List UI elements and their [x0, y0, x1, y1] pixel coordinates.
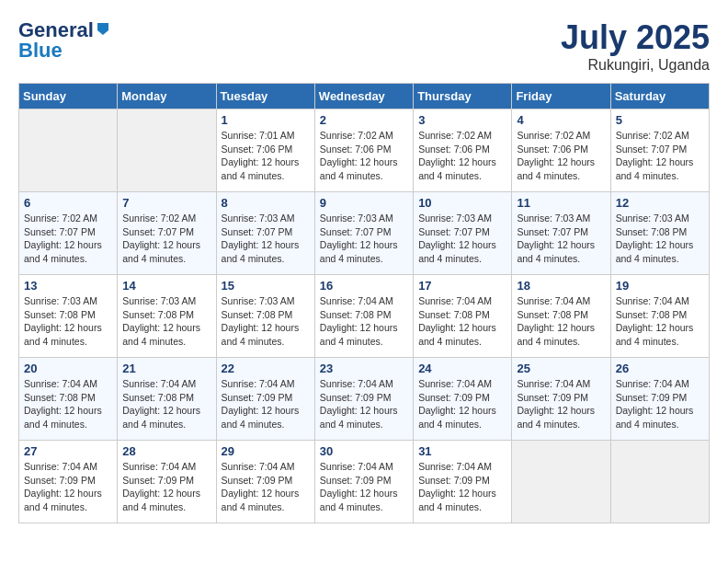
day-info: Sunrise: 7:03 AMSunset: 7:07 PMDaylight:… [320, 212, 408, 266]
day-number: 3 [418, 113, 506, 127]
day-info: Sunrise: 7:04 AMSunset: 7:09 PMDaylight:… [616, 377, 704, 431]
day-number: 4 [517, 113, 605, 127]
day-number: 2 [320, 113, 408, 127]
day-info: Sunrise: 7:04 AMSunset: 7:08 PMDaylight:… [122, 377, 210, 431]
day-number: 28 [122, 444, 210, 458]
weekday-header-saturday: Saturday [610, 84, 709, 109]
logo-blue-text: Blue [18, 39, 63, 63]
weekday-header-monday: Monday [118, 84, 216, 109]
weekday-header-tuesday: Tuesday [216, 84, 314, 109]
day-info: Sunrise: 7:04 AMSunset: 7:09 PMDaylight:… [122, 460, 210, 514]
weekday-header-friday: Friday [512, 84, 610, 109]
day-info: Sunrise: 7:04 AMSunset: 7:08 PMDaylight:… [320, 294, 408, 349]
day-info: Sunrise: 7:03 AMSunset: 7:08 PMDaylight:… [616, 212, 704, 266]
calendar-cell: 2Sunrise: 7:02 AMSunset: 7:06 PMDaylight… [314, 109, 413, 192]
day-info: Sunrise: 7:02 AMSunset: 7:06 PMDaylight:… [517, 129, 605, 183]
day-number: 26 [616, 362, 704, 375]
calendar-cell: 4Sunrise: 7:02 AMSunset: 7:06 PMDaylight… [512, 109, 610, 192]
day-info: Sunrise: 7:03 AMSunset: 7:07 PMDaylight:… [222, 212, 310, 266]
calendar-cell: 19Sunrise: 7:04 AMSunset: 7:08 PMDayligh… [610, 275, 709, 358]
day-info: Sunrise: 7:03 AMSunset: 7:08 PMDaylight:… [122, 294, 210, 349]
calendar-cell: 15Sunrise: 7:03 AMSunset: 7:08 PMDayligh… [216, 275, 314, 358]
location: Rukungiri, Uganda [561, 57, 710, 74]
day-info: Sunrise: 7:02 AMSunset: 7:07 PMDaylight:… [24, 212, 112, 266]
day-info: Sunrise: 7:01 AMSunset: 7:06 PMDaylight:… [222, 129, 310, 183]
calendar-cell: 14Sunrise: 7:03 AMSunset: 7:08 PMDayligh… [118, 275, 216, 358]
calendar-cell: 24Sunrise: 7:04 AMSunset: 7:09 PMDayligh… [414, 358, 512, 441]
calendar-cell: 21Sunrise: 7:04 AMSunset: 7:08 PMDayligh… [118, 358, 216, 441]
day-number: 21 [122, 362, 210, 375]
day-number: 20 [24, 362, 112, 375]
calendar-cell [19, 109, 118, 192]
calendar-cell: 25Sunrise: 7:04 AMSunset: 7:09 PMDayligh… [512, 358, 610, 441]
day-number: 31 [418, 444, 506, 458]
weekday-header-thursday: Thursday [414, 84, 512, 109]
calendar-cell: 30Sunrise: 7:04 AMSunset: 7:09 PMDayligh… [314, 441, 413, 523]
calendar-cell: 1Sunrise: 7:01 AMSunset: 7:06 PMDaylight… [216, 109, 314, 192]
day-info: Sunrise: 7:04 AMSunset: 7:08 PMDaylight:… [616, 294, 704, 349]
calendar-cell [610, 441, 709, 523]
calendar-cell: 23Sunrise: 7:04 AMSunset: 7:09 PMDayligh… [314, 358, 413, 441]
calendar-cell: 20Sunrise: 7:04 AMSunset: 7:08 PMDayligh… [19, 358, 118, 441]
day-info: Sunrise: 7:04 AMSunset: 7:09 PMDaylight:… [24, 460, 112, 514]
weekday-header-wednesday: Wednesday [314, 84, 413, 109]
calendar-cell: 27Sunrise: 7:04 AMSunset: 7:09 PMDayligh… [19, 441, 118, 523]
day-info: Sunrise: 7:02 AMSunset: 7:06 PMDaylight:… [418, 129, 506, 183]
day-number: 9 [320, 196, 408, 210]
page-header: General Blue July 2025 Rukungiri, Uganda [18, 18, 710, 74]
calendar-cell: 11Sunrise: 7:03 AMSunset: 7:07 PMDayligh… [512, 192, 610, 275]
calendar-cell: 29Sunrise: 7:04 AMSunset: 7:09 PMDayligh… [216, 441, 314, 523]
day-number: 16 [320, 279, 408, 293]
day-info: Sunrise: 7:03 AMSunset: 7:08 PMDaylight:… [24, 294, 112, 349]
calendar-cell: 13Sunrise: 7:03 AMSunset: 7:08 PMDayligh… [19, 275, 118, 358]
day-info: Sunrise: 7:04 AMSunset: 7:08 PMDaylight:… [418, 294, 506, 349]
calendar-cell: 3Sunrise: 7:02 AMSunset: 7:06 PMDaylight… [414, 109, 512, 192]
day-number: 15 [222, 279, 310, 293]
day-number: 8 [222, 196, 310, 210]
day-number: 25 [517, 362, 605, 375]
day-info: Sunrise: 7:04 AMSunset: 7:09 PMDaylight:… [222, 377, 310, 431]
day-number: 27 [24, 444, 112, 458]
calendar-cell: 28Sunrise: 7:04 AMSunset: 7:09 PMDayligh… [118, 441, 216, 523]
calendar-cell: 26Sunrise: 7:04 AMSunset: 7:09 PMDayligh… [610, 358, 709, 441]
svg-marker-0 [97, 23, 108, 35]
day-info: Sunrise: 7:04 AMSunset: 7:08 PMDaylight:… [24, 377, 112, 431]
calendar-cell: 12Sunrise: 7:03 AMSunset: 7:08 PMDayligh… [610, 192, 709, 275]
day-number: 30 [320, 444, 408, 458]
calendar-cell: 7Sunrise: 7:02 AMSunset: 7:07 PMDaylight… [118, 192, 216, 275]
calendar-cell: 10Sunrise: 7:03 AMSunset: 7:07 PMDayligh… [414, 192, 512, 275]
logo-icon [96, 21, 110, 36]
logo: General Blue [18, 18, 110, 63]
day-info: Sunrise: 7:04 AMSunset: 7:09 PMDaylight:… [418, 377, 506, 431]
calendar-header: SundayMondayTuesdayWednesdayThursdayFrid… [19, 84, 710, 109]
day-number: 14 [122, 279, 210, 293]
day-info: Sunrise: 7:02 AMSunset: 7:06 PMDaylight:… [320, 129, 408, 183]
month-year: July 2025 [561, 18, 710, 57]
calendar-cell: 16Sunrise: 7:04 AMSunset: 7:08 PMDayligh… [314, 275, 413, 358]
calendar-cell: 9Sunrise: 7:03 AMSunset: 7:07 PMDaylight… [314, 192, 413, 275]
calendar-cell: 31Sunrise: 7:04 AMSunset: 7:09 PMDayligh… [414, 441, 512, 523]
day-number: 17 [418, 279, 506, 293]
day-number: 6 [24, 196, 112, 210]
day-number: 18 [517, 279, 605, 293]
day-info: Sunrise: 7:04 AMSunset: 7:08 PMDaylight:… [517, 294, 605, 349]
weekday-header-sunday: Sunday [19, 84, 118, 109]
day-info: Sunrise: 7:02 AMSunset: 7:07 PMDaylight:… [616, 129, 704, 183]
title-block: July 2025 Rukungiri, Uganda [561, 18, 710, 74]
calendar-cell: 18Sunrise: 7:04 AMSunset: 7:08 PMDayligh… [512, 275, 610, 358]
calendar-cell: 6Sunrise: 7:02 AMSunset: 7:07 PMDaylight… [19, 192, 118, 275]
day-number: 12 [616, 196, 704, 210]
day-info: Sunrise: 7:04 AMSunset: 7:09 PMDaylight:… [222, 460, 310, 514]
day-info: Sunrise: 7:04 AMSunset: 7:09 PMDaylight:… [320, 460, 408, 514]
day-number: 11 [517, 196, 605, 210]
day-number: 29 [222, 444, 310, 458]
day-info: Sunrise: 7:03 AMSunset: 7:08 PMDaylight:… [222, 294, 310, 349]
day-number: 23 [320, 362, 408, 375]
calendar-cell: 5Sunrise: 7:02 AMSunset: 7:07 PMDaylight… [610, 109, 709, 192]
day-info: Sunrise: 7:04 AMSunset: 7:09 PMDaylight:… [418, 460, 506, 514]
day-info: Sunrise: 7:03 AMSunset: 7:07 PMDaylight:… [418, 212, 506, 266]
day-number: 5 [616, 113, 704, 127]
calendar-cell: 8Sunrise: 7:03 AMSunset: 7:07 PMDaylight… [216, 192, 314, 275]
calendar-cell: 22Sunrise: 7:04 AMSunset: 7:09 PMDayligh… [216, 358, 314, 441]
day-number: 7 [122, 196, 210, 210]
